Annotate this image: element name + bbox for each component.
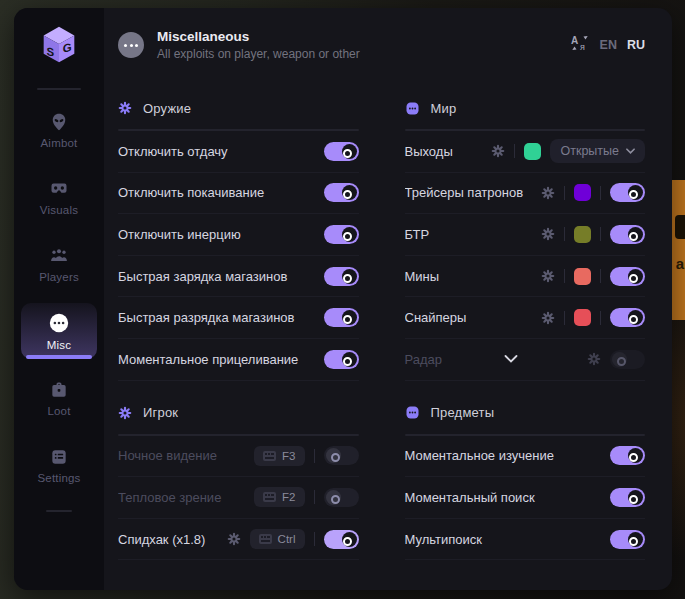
- instant-study-toggle[interactable]: [610, 446, 645, 465]
- divider: [600, 269, 601, 283]
- divider: [314, 532, 315, 546]
- row-disable-recoil: Отключить отдачу: [118, 131, 359, 173]
- divider: [564, 227, 565, 241]
- gear-icon[interactable]: [491, 144, 505, 158]
- row-multisearch: Мультипоиск: [405, 519, 646, 561]
- divider: [46, 510, 72, 512]
- row-label: Моментальное прицеливание: [118, 352, 324, 367]
- divider: [564, 311, 565, 325]
- sidebar-item-settings[interactable]: Settings: [21, 437, 97, 493]
- row-disable-inertia: Отключить инерцию: [118, 214, 359, 256]
- color-swatch[interactable]: [524, 143, 541, 160]
- fast-mag-unload-toggle[interactable]: [324, 308, 359, 327]
- row-btr: БТР: [405, 214, 646, 256]
- row-instant-search: Моментальный поиск: [405, 477, 646, 519]
- gear-icon[interactable]: [587, 352, 601, 366]
- radar-toggle[interactable]: [610, 350, 645, 369]
- section-weapon-header: Оружие: [118, 94, 359, 122]
- thermal-vision-toggle[interactable]: [324, 488, 359, 507]
- section-items-header: Предметы: [405, 399, 646, 427]
- row-fast-mag-load: Быстрая зарядка магазинов: [118, 256, 359, 298]
- vr-goggles-icon: [49, 179, 69, 199]
- exits-dropdown[interactable]: Открытые: [550, 139, 645, 163]
- color-swatch[interactable]: [574, 268, 591, 285]
- lang-ru-button[interactable]: RU: [627, 38, 645, 52]
- sidebar-item-visuals[interactable]: Visuals: [21, 169, 97, 225]
- gear-icon[interactable]: [541, 269, 555, 283]
- ellipsis-square-icon: [405, 101, 420, 116]
- divider: [564, 269, 565, 283]
- row-label: Тепловое зрение: [118, 490, 254, 505]
- row-instant-ads: Моментальное прицеливание: [118, 339, 359, 381]
- keyboard-icon: [263, 451, 276, 461]
- background-game-element: [672, 180, 685, 320]
- row-label: Отключить отдачу: [118, 144, 324, 159]
- row-label: Быстрая разрядка магазинов: [118, 310, 324, 325]
- gear-icon[interactable]: [227, 532, 241, 546]
- keyboard-icon: [259, 534, 272, 544]
- instant-ads-toggle[interactable]: [324, 350, 359, 369]
- row-speedhack: Спидхак (x1.8) Ctrl: [118, 519, 359, 561]
- disable-sway-toggle[interactable]: [324, 183, 359, 202]
- section-player-header: Игрок: [118, 399, 359, 427]
- sidebar-item-aimbot[interactable]: Aimbot: [21, 102, 97, 158]
- header: Miscellaneous All exploits on player, we…: [118, 22, 645, 68]
- mines-toggle[interactable]: [610, 267, 645, 286]
- row-label: Трейсеры патронов: [405, 185, 542, 200]
- gear-icon[interactable]: [541, 186, 555, 200]
- section-title: Мир: [431, 101, 457, 116]
- hotkey-badge[interactable]: Ctrl: [250, 529, 305, 549]
- row-label: Мины: [405, 269, 542, 284]
- gear-icon[interactable]: [541, 227, 555, 241]
- gear-icon: [118, 406, 132, 420]
- players-icon: [49, 246, 69, 266]
- row-snipers: Снайперы: [405, 297, 646, 339]
- multisearch-toggle[interactable]: [610, 530, 645, 549]
- svg-text:A: A: [571, 35, 578, 46]
- row-label: Моментальное изучение: [405, 448, 611, 463]
- divider: [600, 227, 601, 241]
- gear-icon[interactable]: [541, 311, 555, 325]
- sidebar-item-label: Loot: [47, 405, 70, 417]
- translate-icon: Aя: [570, 34, 590, 56]
- cheat-menu-panel: S G Aimbot Visuals Players: [14, 8, 672, 590]
- sidebar-item-misc[interactable]: Misc: [21, 303, 97, 359]
- color-swatch[interactable]: [574, 226, 591, 243]
- night-vision-toggle[interactable]: [324, 446, 359, 465]
- hotkey-badge[interactable]: F2: [254, 487, 304, 507]
- row-night-vision: Ночное видение F3: [118, 436, 359, 478]
- page-subtitle: All exploits on player, weapon or other: [157, 47, 360, 61]
- sidebar-item-label: Aimbot: [41, 137, 78, 149]
- left-column: Оружие Отключить отдачу Отключить покачи…: [118, 90, 359, 560]
- instant-search-toggle[interactable]: [610, 488, 645, 507]
- disable-recoil-toggle[interactable]: [324, 142, 359, 161]
- ellipsis-circle-icon: [118, 32, 144, 58]
- disable-inertia-toggle[interactable]: [324, 225, 359, 244]
- background-game-letter: a: [676, 255, 684, 272]
- section-title: Оружие: [143, 101, 191, 116]
- section-title: Игрок: [143, 405, 178, 420]
- snipers-toggle[interactable]: [610, 308, 645, 327]
- bullet-tracers-toggle[interactable]: [610, 183, 645, 202]
- sidebar-item-players[interactable]: Players: [21, 236, 97, 292]
- chevron-down-icon[interactable]: [504, 355, 518, 363]
- sidebar-item-label: Misc: [47, 339, 71, 351]
- row-label: Быстрая зарядка магазинов: [118, 269, 324, 284]
- row-radar: Радар: [405, 339, 646, 381]
- hotkey-label: Ctrl: [278, 533, 296, 545]
- hotkey-badge[interactable]: F3: [254, 446, 304, 466]
- sidebar-item-loot[interactable]: Loot: [21, 370, 97, 426]
- color-swatch[interactable]: [574, 184, 591, 201]
- fast-mag-load-toggle[interactable]: [324, 267, 359, 286]
- main-area: Miscellaneous All exploits on player, we…: [104, 8, 672, 590]
- speedhack-toggle[interactable]: [324, 530, 359, 549]
- row-label: Снайперы: [405, 310, 542, 325]
- sidebar-item-label: Settings: [37, 472, 80, 484]
- lang-en-button[interactable]: EN: [600, 38, 617, 52]
- row-label: Отключить покачивание: [118, 185, 324, 200]
- section-world-header: Мир: [405, 94, 646, 122]
- btr-toggle[interactable]: [610, 225, 645, 244]
- divider: [600, 311, 601, 325]
- gear-icon: [118, 101, 132, 115]
- color-swatch[interactable]: [574, 309, 591, 326]
